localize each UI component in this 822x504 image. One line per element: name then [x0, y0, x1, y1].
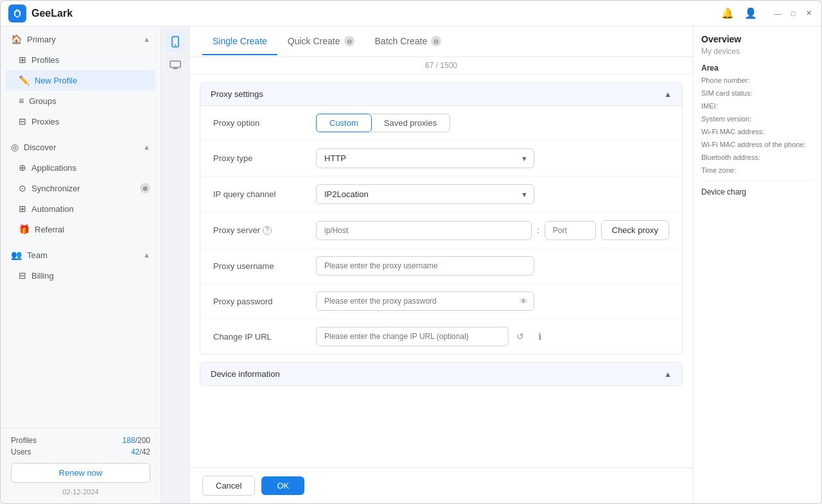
proxy-port-input[interactable] — [545, 221, 596, 240]
team-icon: 👥 — [11, 250, 22, 260]
sidebar-item-applications[interactable]: ⊕ Applications — [1, 157, 161, 178]
proxy-password-input[interactable] — [316, 291, 534, 311]
renew-button[interactable]: Renew now — [11, 463, 150, 483]
overview-phone-number: Phone number: — [701, 76, 814, 84]
sidebar-item-referral[interactable]: 🎁 Referral — [1, 219, 161, 239]
sidebar-item-profiles[interactable]: ⊞ Profiles — [1, 49, 161, 70]
proxy-server-help-icon[interactable]: ? — [263, 226, 272, 235]
profiles-icon: ⊞ — [19, 55, 26, 65]
change-ip-help-icon[interactable]: ℹ — [532, 329, 547, 344]
tab-single-create[interactable]: Single Create — [202, 28, 277, 55]
desktop-icon-btn[interactable] — [165, 55, 186, 75]
sidebar-stats: Profiles 188/200 Users 42/42 — [11, 436, 150, 456]
device-info-chevron: ▲ — [664, 370, 672, 379]
saved-proxies-option-button[interactable]: Saved proxies — [371, 114, 450, 132]
overview-wifi-mac-phone: Wi-Fi MAC address of the phone: — [701, 141, 814, 148]
svg-rect-2 — [170, 61, 180, 67]
maximize-button[interactable]: □ — [788, 8, 798, 19]
overview-sim-card: SIM card status: — [701, 89, 814, 97]
proxy-password-row: Proxy password 👁 — [200, 284, 682, 319]
ok-button[interactable]: OK — [261, 476, 304, 495]
change-ip-row: Change IP URL ↺ ℹ — [200, 319, 682, 354]
tab-quick-create[interactable]: Quick Create ⊖ — [277, 28, 365, 55]
synchronizer-icon: ⊙ — [19, 183, 26, 193]
new-profile-label: New Profile — [35, 76, 77, 85]
referral-label: Referral — [35, 225, 64, 234]
sidebar-item-new-profile[interactable]: ✏️ New Profile — [6, 70, 155, 91]
sidebar-date: 02-12-2024 — [11, 488, 150, 496]
proxies-icon: ⊟ — [19, 116, 26, 126]
new-profile-icon: ✏️ — [19, 75, 30, 85]
overview-imei: IMEI: — [701, 102, 814, 110]
password-toggle-icon[interactable]: 👁 — [520, 297, 528, 306]
refresh-ip-button[interactable]: ↺ — [512, 329, 528, 344]
referral-icon: 🎁 — [19, 224, 30, 234]
change-ip-label: Change IP URL — [213, 332, 316, 342]
proxy-type-control: HTTP HTTPS SOCKS5 ▼ — [316, 148, 669, 168]
ip-query-select[interactable]: IP2Location MaxMind — [316, 184, 534, 204]
tabs-bar: Single Create Quick Create ⊖ Batch Creat… — [189, 26, 693, 57]
automation-icon: ⊞ — [19, 204, 26, 214]
overview-system-version: System version: — [701, 115, 814, 123]
svg-point-1 — [175, 44, 176, 46]
proxy-option-control: Custom Saved proxies — [316, 114, 669, 132]
proxy-settings-header[interactable]: Proxy settings ▲ — [200, 83, 682, 106]
groups-icon: ≡ — [19, 96, 24, 106]
notification-icon[interactable]: 🔔 — [721, 7, 734, 19]
minimize-button[interactable]: — — [773, 8, 783, 19]
sidebar-discover-header[interactable]: ◎ Discover ▲ — [1, 137, 161, 157]
proxy-colon: : — [537, 225, 539, 235]
synchronizer-label: Synchronizer — [31, 184, 80, 193]
proxy-server-row: Proxy server ? : Check proxy — [200, 213, 682, 248]
overview-title: Overview — [701, 34, 814, 44]
change-ip-input[interactable] — [316, 327, 509, 346]
primary-label: Primary — [27, 35, 56, 44]
proxy-type-row: Proxy type HTTP HTTPS SOCKS5 ▼ — [200, 141, 682, 177]
ip-query-label: IP query channel — [213, 189, 316, 199]
proxies-label: Proxies — [31, 117, 59, 126]
titlebar-right: 🔔 👤 — □ ✕ — [721, 7, 814, 19]
overview-panel: Overview My devices Area Phone number: S… — [693, 26, 821, 503]
team-label: Team — [27, 250, 48, 260]
sidebar-primary-header[interactable]: 🏠 Primary ▲ — [1, 29, 161, 49]
profiles-label: Profiles — [31, 55, 59, 65]
sidebar-item-automation[interactable]: ⊞ Automation — [1, 198, 161, 219]
titlebar-left: GeeLark — [8, 4, 73, 22]
check-proxy-button[interactable]: Check proxy — [601, 220, 669, 240]
sidebar-item-groups[interactable]: ≡ Groups — [1, 91, 161, 111]
logo-icon — [8, 4, 26, 22]
ip-query-control: IP2Location MaxMind ▼ — [316, 184, 669, 204]
sidebar-team-header[interactable]: 👥 Team ▲ — [1, 245, 161, 265]
proxy-password-wrapper: 👁 — [316, 291, 534, 311]
sidebar-discover-section: ◎ Discover ▲ ⊕ Applications ⊙ Synchroniz… — [1, 134, 161, 242]
users-stat-row: Users 42/42 — [11, 448, 150, 456]
mobile-icon-btn[interactable] — [165, 31, 186, 52]
user-icon[interactable]: 👤 — [744, 7, 757, 19]
proxy-host-input[interactable] — [316, 221, 532, 240]
sidebar-item-synchronizer[interactable]: ⊙ Synchronizer ⊕ — [1, 178, 161, 198]
overview-divider — [701, 180, 814, 181]
profiles-stat-row: Profiles 188/200 — [11, 436, 150, 445]
tab-batch-create[interactable]: Batch Create ⊖ — [365, 28, 452, 55]
change-ip-control: ↺ ℹ — [316, 327, 669, 346]
sidebar-item-billing[interactable]: ⊟ Billing — [1, 265, 161, 286]
custom-option-button[interactable]: Custom — [316, 114, 372, 132]
device-info-section: Device information ▲ — [200, 362, 683, 386]
titlebar: GeeLark 🔔 👤 — □ ✕ — [1, 1, 821, 26]
users-stat-label: Users — [11, 448, 31, 456]
proxy-username-control — [316, 256, 669, 275]
proxy-option-row: Proxy option Custom Saved proxies — [200, 106, 682, 141]
proxy-option-group: Custom Saved proxies — [316, 114, 669, 132]
app-window: GeeLark 🔔 👤 — □ ✕ 🏠 Primary ▲ — [0, 0, 822, 504]
batch-create-icon: ⊖ — [431, 36, 441, 46]
automation-label: Automation — [31, 204, 74, 214]
sidebar-item-proxies[interactable]: ⊟ Proxies — [1, 111, 161, 132]
overview-device-charge: Device charg — [701, 187, 814, 196]
proxy-type-select[interactable]: HTTP HTTPS SOCKS5 — [316, 148, 534, 168]
proxy-username-input[interactable] — [316, 256, 534, 275]
device-info-header[interactable]: Device information ▲ — [200, 363, 682, 385]
close-button[interactable]: ✕ — [803, 8, 814, 19]
groups-label: Groups — [29, 96, 57, 106]
cancel-button[interactable]: Cancel — [202, 476, 255, 496]
proxy-settings-label: Proxy settings — [211, 89, 263, 99]
